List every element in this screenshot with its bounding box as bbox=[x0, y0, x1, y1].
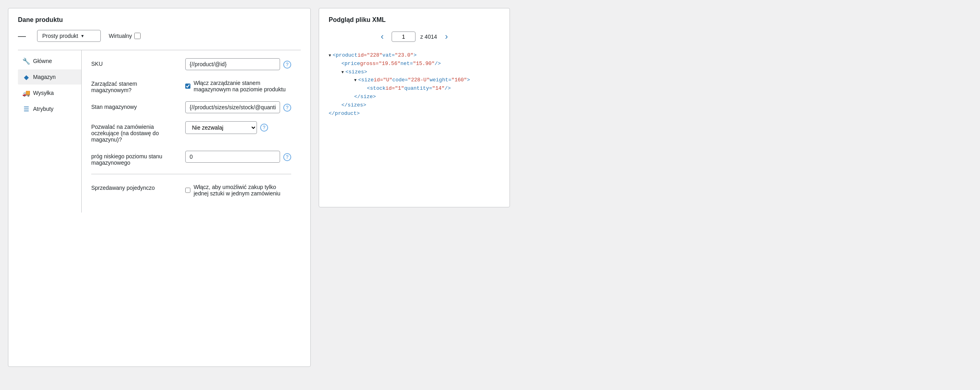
xml-attr-quantity-val: "14" bbox=[432, 85, 445, 93]
sku-control: ? bbox=[185, 58, 291, 70]
xml-tag-stock-open: <stock bbox=[367, 85, 386, 93]
xml-line-7: </sizes> bbox=[329, 101, 500, 110]
xml-tag-sizes-end: </sizes> bbox=[341, 101, 366, 110]
backorders-control: Nie zezwalaj ? bbox=[185, 121, 291, 134]
threshold-label: próg niskiego poziomu stanu magazynowego bbox=[91, 151, 179, 166]
truck-icon: 🚚 bbox=[23, 89, 30, 97]
list-icon: ☰ bbox=[23, 105, 30, 112]
sku-help-icon[interactable]: ? bbox=[283, 61, 291, 69]
next-page-button[interactable]: › bbox=[442, 30, 451, 43]
stock-row: Stan magazynowy ? bbox=[91, 101, 291, 113]
backorders-row: Pozwalać na zamówienia oczekujące (na do… bbox=[91, 121, 291, 143]
xml-tag-quantity: quantity= bbox=[404, 85, 432, 93]
xml-panel: Podgląd pliku XML ‹ z 4014 › ▼ <product … bbox=[319, 8, 510, 207]
wrench-icon: 🔧 bbox=[23, 57, 30, 65]
tab-magazyn-label: Magazyn bbox=[33, 74, 56, 80]
xml-tag-size-end: </size> bbox=[354, 93, 376, 101]
tab-glowne[interactable]: 🔧 Główne bbox=[18, 53, 81, 69]
threshold-help-icon[interactable]: ? bbox=[283, 153, 291, 161]
sku-input[interactable] bbox=[185, 58, 280, 70]
xml-panel-title: Podgląd pliku XML bbox=[329, 16, 500, 24]
backorders-label: Pozwalać na zamówienia oczekujące (na do… bbox=[91, 121, 179, 143]
sku-label: SKU bbox=[91, 58, 179, 67]
stock-input[interactable] bbox=[185, 101, 280, 113]
manage-stock-control: Włącz zarządzanie stanem magazynowym na … bbox=[185, 78, 291, 93]
tab-magazyn[interactable]: ◆ Magazyn bbox=[18, 69, 81, 85]
product-type-select[interactable]: Prosty produkt ▾ bbox=[37, 30, 101, 42]
virtual-checkbox[interactable] bbox=[134, 33, 141, 39]
sku-row: SKU ? bbox=[91, 58, 291, 70]
backorders-select[interactable]: Nie zezwalaj bbox=[185, 121, 257, 134]
manage-stock-row: Zarządzać stanem magazynowym? Włącz zarz… bbox=[91, 78, 291, 93]
sold-individually-label: Sprzedawany pojedynczo bbox=[91, 182, 179, 191]
tab-wysylka-label: Wysyłka bbox=[33, 90, 54, 96]
product-panel: Dane produktu — Prosty produkt ▾ Wirtual… bbox=[8, 8, 311, 367]
tab-wysylka[interactable]: 🚚 Wysyłka bbox=[18, 85, 81, 100]
tab-atrybuty[interactable]: ☰ Atrybuty bbox=[18, 101, 81, 116]
xml-tag-size-open: <size bbox=[358, 76, 374, 85]
xml-tag-sizes-open: <sizes> bbox=[345, 68, 367, 77]
xml-tag-product-end: </product> bbox=[329, 110, 360, 118]
triangle-icon-3: ▼ bbox=[341, 69, 344, 76]
triangle-icon-4: ▼ bbox=[354, 77, 357, 84]
xml-attr-code-val: "228-U" bbox=[408, 76, 430, 85]
collapse-button[interactable]: — bbox=[18, 32, 29, 41]
backorders-help-icon[interactable]: ? bbox=[260, 124, 268, 132]
tab-glowne-label: Główne bbox=[33, 58, 52, 64]
chevron-down-icon: ▾ bbox=[81, 33, 84, 39]
xml-attr-gross-val: "19.56" bbox=[379, 60, 401, 68]
tab-atrybuty-label: Atrybuty bbox=[33, 106, 53, 112]
page-total-label: z 4014 bbox=[420, 33, 437, 40]
xml-line-3: ▼ <sizes> bbox=[329, 68, 500, 77]
xml-attr-size-id-val: "U" bbox=[383, 76, 392, 85]
xml-tag-product-open: <product bbox=[333, 51, 357, 60]
xml-tag-weight: weight= bbox=[429, 76, 451, 85]
xml-line-1: ▼ <product id="228" vat="23.0"> bbox=[329, 51, 500, 60]
xml-line-6: </size> bbox=[329, 93, 500, 101]
xml-attr-size-id: id= bbox=[374, 76, 383, 85]
virtual-label[interactable]: Wirtualny bbox=[109, 33, 141, 39]
sold-individually-checkbox-text: Włącz, aby umożliwić zakup tylko jednej … bbox=[194, 184, 291, 197]
xml-tag-product-close: > bbox=[414, 51, 417, 60]
triangle-icon-1: ▼ bbox=[329, 53, 331, 59]
xml-tag-vat: vat= bbox=[382, 51, 395, 60]
xml-line-4: ▼ <size id="U" code="228-U" weight="160"… bbox=[329, 76, 500, 85]
xml-line-8: </product> bbox=[329, 110, 500, 118]
product-type-row: — Prosty produkt ▾ Wirtualny bbox=[18, 30, 301, 42]
threshold-row: próg niskiego poziomu stanu magazynowego… bbox=[91, 151, 291, 166]
xml-attr-weight-val: "160" bbox=[451, 76, 467, 85]
xml-tag-stock-close: /> bbox=[445, 85, 451, 93]
manage-stock-checkbox-label[interactable]: Włącz zarządzanie stanem magazynowym na … bbox=[185, 78, 291, 93]
sold-individually-control: Włącz, aby umożliwić zakup tylko jednej … bbox=[185, 182, 291, 197]
xml-content: ▼ <product id="228" vat="23.0"> <price g… bbox=[329, 51, 500, 118]
virtual-text: Wirtualny bbox=[109, 33, 132, 39]
total-pages: 4014 bbox=[425, 33, 437, 40]
manage-stock-label: Zarządzać stanem magazynowym? bbox=[91, 78, 179, 93]
product-type-label: Prosty produkt bbox=[42, 33, 78, 39]
xml-attr-id: id= bbox=[357, 51, 367, 60]
xml-tag-size-close: > bbox=[467, 76, 470, 85]
xml-attr-stock-id: id= bbox=[386, 85, 395, 93]
sold-individually-checkbox-label[interactable]: Włącz, aby umożliwić zakup tylko jednej … bbox=[185, 182, 291, 197]
xml-pagination: ‹ z 4014 › bbox=[329, 30, 500, 43]
xml-attr-vat-val: "23.0" bbox=[395, 51, 414, 60]
tabs-nav: 🔧 Główne ◆ Magazyn 🚚 Wysyłka ☰ Atrybuty bbox=[18, 50, 82, 213]
current-page-input[interactable] bbox=[392, 32, 416, 42]
stock-control: ? bbox=[185, 101, 291, 113]
tab-content-magazyn: SKU ? Zarządzać stanem magazynowym? Włąc… bbox=[82, 50, 301, 213]
sold-individually-row: Sprzedawany pojedynczo Włącz, aby umożli… bbox=[91, 174, 291, 197]
manage-stock-checkbox[interactable] bbox=[185, 83, 190, 89]
xml-attr-stock-id-val: "1" bbox=[395, 85, 404, 93]
xml-attr-id-val: "228" bbox=[367, 51, 382, 60]
xml-line-5: <stock id="1" quantity="14"/> bbox=[329, 85, 500, 93]
prev-page-button[interactable]: ‹ bbox=[378, 30, 387, 43]
panel-title: Dane produktu bbox=[18, 16, 301, 24]
xml-tag-code: code= bbox=[392, 76, 408, 85]
xml-line-2: <price gross="19.56" net="15.90"/> bbox=[329, 60, 500, 68]
xml-tag-price-close: /> bbox=[435, 60, 441, 68]
threshold-input[interactable] bbox=[185, 151, 280, 163]
xml-tag-net: net= bbox=[400, 60, 413, 68]
sold-individually-checkbox[interactable] bbox=[185, 187, 190, 193]
stock-help-icon[interactable]: ? bbox=[283, 104, 291, 112]
tabs-sidebar: 🔧 Główne ◆ Magazyn 🚚 Wysyłka ☰ Atrybuty bbox=[18, 50, 301, 213]
